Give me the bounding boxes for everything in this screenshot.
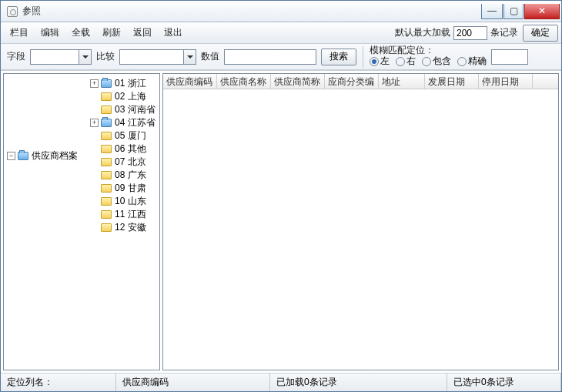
menu-back[interactable]: 返回 — [127, 25, 158, 41]
fuzzy-input[interactable] — [491, 49, 528, 65]
window-buttons: — ▢ ✕ — [480, 4, 560, 19]
tree-item[interactable]: 09 甘肃 — [90, 182, 146, 195]
max-load-input[interactable] — [453, 26, 487, 40]
tree-item-label: 03 河南省 — [115, 103, 156, 116]
folder-icon — [101, 145, 112, 153]
toggle-spacer — [90, 158, 99, 166]
value-label: 数值 — [201, 50, 219, 63]
fuzzy-label: 模糊匹配定位： — [370, 45, 487, 55]
radio-left[interactable]: 左 — [370, 55, 390, 68]
tree-item[interactable]: 03 河南省 — [90, 103, 156, 116]
tree-root[interactable]: − 供应商档案 — [7, 149, 78, 162]
menu-exit[interactable]: 退出 — [158, 25, 189, 41]
toggle-spacer — [90, 132, 99, 140]
folder-icon — [101, 223, 112, 232]
max-load-unit: 条记录 — [490, 26, 518, 39]
radio-right[interactable]: 右 — [396, 55, 416, 68]
expand-icon[interactable]: + — [90, 79, 99, 88]
toggle-spacer — [90, 210, 99, 219]
tree-item[interactable]: 11 江西 — [90, 208, 146, 221]
tree-item-label: 12 安徽 — [115, 221, 146, 234]
window-title: 参照 — [22, 5, 480, 18]
grid-panel: 供应商编码供应商名称供应商简称应商分类编地址发展日期停用日期 — [162, 73, 559, 370]
search-button[interactable]: 搜索 — [321, 49, 356, 65]
tree-panel[interactable]: − 供应商档案 +01 浙江02 上海03 河南省+04 江苏省05 厦门06 … — [3, 73, 160, 370]
compare-combo[interactable] — [119, 49, 196, 65]
tree-item[interactable]: 10 山东 — [90, 195, 146, 208]
grid-column-header[interactable]: 供应商简称 — [271, 74, 325, 89]
menu-columns[interactable]: 栏目 — [4, 25, 35, 41]
toggle-spacer — [90, 145, 99, 153]
tree-item-label: 08 广东 — [115, 169, 146, 182]
tree-item-label: 10 山东 — [115, 195, 146, 208]
collapse-icon[interactable]: − — [7, 152, 15, 160]
titlebar[interactable]: 参照 — ▢ ✕ — [1, 1, 561, 22]
radio-exact-label: 精确 — [468, 55, 487, 68]
tree-item-label: 11 江西 — [115, 208, 146, 221]
toggle-spacer — [90, 171, 99, 179]
max-load-box: 默认最大加载 条记录 — [395, 26, 518, 40]
folder-icon — [101, 106, 112, 114]
tree-item[interactable]: 12 安徽 — [90, 221, 146, 234]
grid-column-header[interactable]: 供应商名称 — [217, 74, 271, 89]
menu-refresh[interactable]: 刷新 — [96, 25, 127, 41]
menu-edit[interactable]: 编辑 — [35, 25, 65, 41]
toggle-spacer — [90, 223, 99, 232]
folder-icon — [101, 210, 112, 219]
value-input[interactable] — [224, 49, 316, 65]
folder-icon — [101, 197, 112, 206]
compare-label: 比较 — [96, 50, 115, 63]
status-selected: 已选中0条记录 — [447, 374, 561, 391]
close-button[interactable]: ✕ — [524, 4, 560, 19]
tree-item-label: 04 江苏省 — [115, 116, 156, 129]
fuzzy-radios: 左 右 包含 精确 — [370, 55, 487, 68]
grid-header: 供应商编码供应商名称供应商简称应商分类编地址发展日期停用日期 — [163, 74, 558, 89]
tree-root-label: 供应商档案 — [32, 149, 78, 162]
field-combo[interactable] — [30, 49, 92, 65]
expand-icon[interactable]: + — [90, 119, 99, 127]
tree-item[interactable]: 08 广东 — [90, 169, 146, 182]
statusbar: 定位列名： 供应商编码 已加载0条记录 已选中0条记录 — [1, 373, 561, 391]
status-column: 供应商编码 — [116, 374, 270, 391]
tree-item-label: 09 甘肃 — [115, 182, 146, 195]
radio-right-label: 右 — [406, 55, 416, 68]
folder-icon — [101, 184, 112, 193]
tree-item[interactable]: 06 其他 — [90, 142, 146, 156]
folder-icon — [101, 92, 112, 101]
maximize-button[interactable]: ▢ — [503, 4, 524, 19]
radio-exact[interactable]: 精确 — [457, 55, 487, 68]
radio-left-label: 左 — [380, 55, 390, 68]
grid-body[interactable] — [163, 89, 558, 370]
tree-item[interactable]: +01 浙江 — [90, 77, 146, 90]
grid-column-header[interactable]: 应商分类编 — [325, 74, 379, 89]
menubar: 栏目 编辑 全载 刷新 返回 退出 默认最大加载 条记录 确定 — [1, 22, 561, 44]
reference-window: 参照 — ▢ ✕ 栏目 编辑 全载 刷新 返回 退出 默认最大加载 条记录 确定… — [0, 0, 562, 392]
folder-icon — [101, 132, 112, 140]
tree-item[interactable]: 05 厦门 — [90, 129, 146, 142]
radio-contain[interactable]: 包含 — [422, 55, 451, 68]
chevron-down-icon — [183, 50, 196, 64]
folder-open-icon — [101, 79, 112, 88]
toggle-spacer — [90, 184, 99, 193]
grid-column-header[interactable]: 停用日期 — [479, 74, 533, 89]
grid-column-header[interactable]: 供应商编码 — [163, 74, 217, 89]
folder-open-icon — [18, 152, 28, 160]
tree-item[interactable]: 02 上海 — [90, 90, 146, 103]
app-icon — [7, 6, 18, 17]
separator — [363, 46, 363, 68]
field-label: 字段 — [7, 50, 25, 63]
ok-button[interactable]: 确定 — [523, 25, 558, 42]
folder-open-icon — [101, 119, 112, 127]
tree-item-label: 01 浙江 — [115, 77, 146, 90]
tree-item[interactable]: 07 北京 — [90, 156, 146, 169]
status-locate-label: 定位列名： — [1, 374, 116, 391]
toggle-spacer — [90, 92, 99, 101]
tree-item[interactable]: +04 江苏省 — [90, 116, 156, 129]
toggle-spacer — [90, 106, 99, 114]
menu-loadall[interactable]: 全载 — [65, 25, 96, 41]
grid-column-header[interactable]: 地址 — [379, 74, 425, 89]
grid-column-header[interactable]: 发展日期 — [425, 74, 479, 89]
tree-item-label: 02 上海 — [115, 90, 146, 103]
minimize-button[interactable]: — — [481, 4, 503, 19]
radio-contain-label: 包含 — [433, 55, 451, 68]
